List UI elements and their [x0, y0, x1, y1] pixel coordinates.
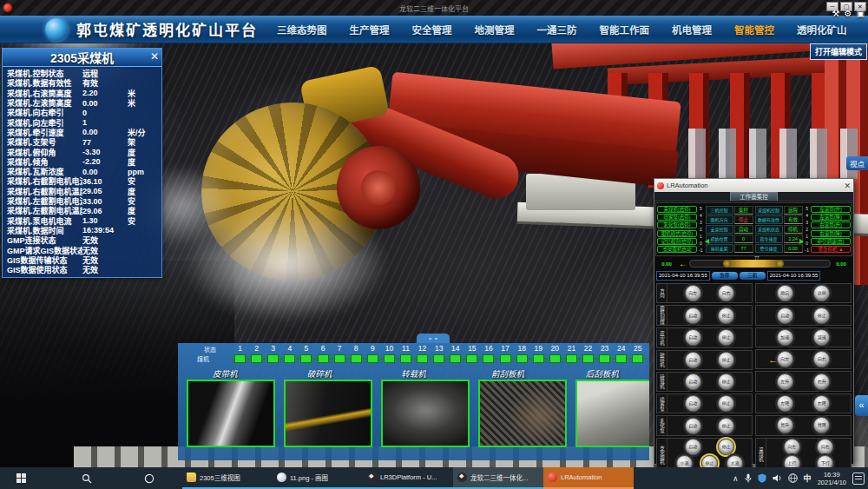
taskbar-item-LRAutomation[interactable]: LRAutomation [543, 467, 634, 489]
support-status-indicator[interactable] [599, 354, 610, 363]
indicator-button[interactable]: 喷雾泵(启停) [657, 214, 697, 221]
round-button-臂降[interactable]: 臂降 [813, 417, 830, 433]
defender-shield-icon[interactable] [758, 473, 766, 483]
support-status-indicator[interactable] [500, 354, 511, 363]
support-status-indicator[interactable] [267, 354, 279, 363]
notification-center-icon[interactable] [852, 472, 865, 485]
round-button-启动[interactable]: 启动 [685, 373, 701, 390]
indicator-button[interactable]: 记忆截割(启停) [657, 238, 697, 245]
support-status-indicator[interactable] [433, 354, 444, 363]
open-edit-mode-button[interactable]: 打开编辑模式 [810, 43, 867, 60]
indicator-button[interactable]: 右滚筒(降) [811, 230, 851, 237]
support-status-indicator[interactable] [483, 354, 494, 363]
support-status-indicator[interactable] [582, 354, 594, 363]
camera-feed-前刮板机[interactable] [478, 380, 567, 447]
settings-gear-icon[interactable]: ⚙ [845, 10, 852, 18]
taskbar-item-LR3DPlatform - U...[interactable]: LR3DPlatform - U... [363, 467, 453, 489]
support-status-indicator[interactable] [251, 354, 262, 363]
round-button-停止[interactable]: 停止 [718, 329, 734, 346]
round-button-停止[interactable]: 停止 [718, 373, 734, 390]
round-button-左升[interactable]: 左升 [777, 373, 793, 390]
pill-button-estop[interactable]: 急停 [712, 272, 738, 280]
support-status-indicator[interactable] [367, 354, 378, 363]
pill-button-three-machines[interactable]: 三机 [740, 272, 766, 280]
camera-feed-破碎机[interactable] [284, 380, 372, 447]
round-button-向右[interactable]: 向右 [813, 351, 830, 367]
shearer-position-marker[interactable] [727, 260, 780, 268]
nav-item-透明化矿山[interactable]: 透明化矿山 [797, 23, 847, 36]
slider-track[interactable]: 77 [689, 260, 831, 268]
microphone-icon[interactable] [745, 473, 752, 483]
round-button-停止[interactable]: 停止 [718, 439, 734, 455]
round-button-启动[interactable]: 启动 [685, 329, 701, 346]
cortana-icon[interactable] [139, 467, 160, 489]
network-globe-icon[interactable] [788, 473, 798, 483]
support-status-indicator[interactable] [300, 354, 312, 363]
round-button-启动[interactable]: 启动 [685, 418, 701, 434]
indicator-button[interactable]: 支架跟机启动 [657, 246, 697, 253]
lr-close-icon[interactable]: ✕ [844, 182, 851, 190]
nav-item-生产管理[interactable]: 生产管理 [350, 23, 390, 36]
chevron-down-icon[interactable]: ⌄⌄ [417, 334, 450, 343]
camera-feed-皮带机[interactable] [187, 380, 275, 447]
round-button-右升[interactable]: 右升 [813, 373, 830, 390]
taskbar-item-11.png - 画图[interactable]: 11.png - 画图 [273, 467, 363, 489]
round-button-启动[interactable]: 启动 [685, 395, 701, 412]
round-button-停止[interactable]: 停止 [718, 418, 734, 434]
speaker-icon[interactable] [773, 473, 782, 483]
taskbar-search-icon[interactable] [76, 467, 97, 489]
indicator-button[interactable]: 乳化泵(启停) [657, 221, 697, 228]
round-button-向左[interactable]: 向左 [784, 439, 800, 455]
indicator-button[interactable]: 牵引调速(启) [811, 238, 851, 245]
camera-feed-后刮板机[interactable] [575, 380, 649, 447]
support-status-indicator[interactable] [516, 354, 528, 363]
start-button[interactable] [10, 467, 31, 489]
round-button-减速[interactable]: 减速 [813, 329, 830, 346]
support-status-indicator[interactable] [450, 354, 461, 363]
indicator-button[interactable]: 采煤机(启停) [657, 206, 697, 213]
indicator-button[interactable]: 左滚筒(降) [811, 214, 851, 221]
camera-feed-转载机[interactable] [381, 380, 470, 447]
ime-indicator[interactable]: 中 [804, 474, 812, 483]
nav-item-智能工作面[interactable]: 智能工作面 [600, 23, 650, 36]
tools-icon[interactable]: ⚒ [832, 10, 840, 18]
round-button-加速[interactable]: 加速 [777, 329, 793, 346]
restore-window-icon[interactable]: ▣ [857, 10, 865, 18]
support-status-indicator[interactable] [400, 354, 411, 363]
support-status-indicator[interactable] [632, 354, 643, 363]
support-status-indicator[interactable] [466, 354, 477, 363]
nav-item-智能管控[interactable]: 智能管控 [734, 23, 774, 36]
taskbar-item-龙软二三维一体化...[interactable]: 龙软二三维一体化... [453, 467, 543, 489]
round-button-启动[interactable]: 启动 [685, 439, 701, 455]
round-button-顺启[interactable]: 顺启 [777, 285, 793, 301]
panel-close-icon[interactable]: ✕ [150, 50, 159, 63]
support-status-indicator[interactable] [234, 354, 246, 363]
support-status-indicator[interactable] [549, 354, 561, 363]
round-button-停止[interactable]: 停止 [718, 395, 734, 412]
collapse-panel-tab[interactable]: « [855, 395, 868, 416]
lr-titlebar[interactable]: LRAutomation ✕ [654, 179, 853, 192]
nav-item-安全管理[interactable]: 安全管理 [412, 23, 452, 36]
round-button-向左[interactable]: 向左 [777, 351, 793, 367]
round-button-向右[interactable]: 向右 [718, 285, 734, 301]
indicator-button[interactable]: 跟机模式(启停) [657, 230, 697, 237]
nav-item-一通三防[interactable]: 一通三防 [537, 23, 577, 36]
support-status-indicator[interactable] [284, 354, 295, 363]
nav-item-三维态势图[interactable]: 三维态势图 [277, 23, 327, 36]
nav-item-机电管理[interactable]: 机电管理 [672, 23, 712, 36]
support-status-indicator[interactable] [351, 354, 362, 363]
tray-expand-icon[interactable]: ∧ [733, 474, 739, 483]
indicator-button[interactable]: 右滚筒(升) [811, 221, 851, 228]
round-button-停止[interactable]: 停止 [813, 307, 830, 324]
tab-workface-control[interactable]: 工作面集控 [730, 192, 778, 201]
support-status-indicator[interactable] [318, 354, 329, 363]
support-status-indicator[interactable] [533, 354, 544, 363]
support-status-indicator[interactable] [334, 354, 345, 363]
round-button-启动[interactable]: 启动 [685, 307, 701, 324]
round-button-向左[interactable]: 向左 [685, 285, 701, 301]
support-status-indicator[interactable] [417, 354, 428, 363]
support-status-indicator[interactable] [384, 354, 395, 363]
round-button-臂升[interactable]: 臂升 [777, 417, 793, 433]
taskbar-item-2305三维视图[interactable]: 2305三维视图 [182, 467, 273, 489]
indicator-button[interactable]: 左滚筒(升) [811, 206, 851, 213]
